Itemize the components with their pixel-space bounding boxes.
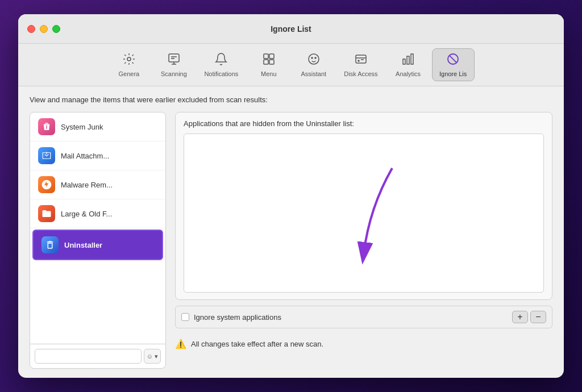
tab-ignore-list[interactable]: Ignore Lis xyxy=(432,48,475,81)
tab-genera-label: Genera xyxy=(119,70,140,77)
bottom-controls: Ignore system applications + − xyxy=(175,306,552,328)
arrow-annotation xyxy=(347,162,415,267)
sidebar-item-malware[interactable]: Malware Rem... xyxy=(30,170,165,199)
ignore-list-icon xyxy=(446,52,460,68)
menu-icon xyxy=(262,52,276,68)
tab-notifications[interactable]: Notifications xyxy=(197,49,245,81)
uninstaller-icon xyxy=(41,236,59,253)
dropdown-icon: ☺ ▾ xyxy=(147,353,158,360)
tab-assistant-label: Assistant xyxy=(301,70,326,77)
notifications-icon xyxy=(214,52,228,68)
sidebar-dropdown[interactable]: ☺ ▾ xyxy=(144,349,161,364)
sidebar-mail-label: Mail Attachm... xyxy=(61,152,109,160)
svg-rect-1 xyxy=(169,54,179,62)
sidebar-footer: ☺ ▾ xyxy=(30,344,165,368)
tab-disk-access-label: Disk Access xyxy=(344,70,377,77)
system-junk-icon xyxy=(38,118,55,135)
app-list-section: Applications that are hidden from the Un… xyxy=(175,112,552,300)
warning-text: All changes take effect after a new scan… xyxy=(191,340,323,348)
assistant-icon xyxy=(307,52,321,68)
svg-rect-9 xyxy=(356,55,366,63)
svg-rect-2 xyxy=(264,54,268,59)
sidebar-large-label: Large & Old F... xyxy=(61,210,112,218)
app-list-area xyxy=(184,134,544,293)
description-text: View and manage the items that were earl… xyxy=(30,95,552,104)
large-files-icon xyxy=(38,205,55,222)
svg-point-7 xyxy=(311,57,313,59)
sidebar-item-uninstaller[interactable]: Uninstaller xyxy=(32,230,163,260)
tab-notifications-label: Notifications xyxy=(204,70,238,77)
app-list-label: Applications that are hidden from the Un… xyxy=(184,119,544,128)
checkbox-container: Ignore system applications xyxy=(181,313,512,322)
sidebar: System Junk Mail Attachm... xyxy=(30,112,166,369)
tab-genera[interactable]: Genera xyxy=(107,49,150,81)
main-content: System Junk Mail Attachm... xyxy=(30,112,552,369)
svg-point-6 xyxy=(309,54,319,64)
window-title: Ignore List xyxy=(271,24,311,34)
add-button[interactable]: + xyxy=(512,311,528,323)
right-panel: Applications that are hidden from the Un… xyxy=(175,112,552,369)
svg-point-10 xyxy=(358,60,359,61)
scanning-icon xyxy=(167,52,181,68)
minimize-button[interactable] xyxy=(40,25,48,33)
svg-rect-11 xyxy=(403,59,405,64)
genera-icon xyxy=(122,52,136,68)
tab-scanning-label: Scanning xyxy=(161,70,187,77)
main-window: Ignore List Genera Scanning xyxy=(18,14,564,378)
svg-line-15 xyxy=(450,56,457,63)
ignore-system-apps-checkbox[interactable] xyxy=(181,313,189,321)
sidebar-system-junk-label: System Junk xyxy=(61,123,103,131)
checkbox-label: Ignore system applications xyxy=(194,313,281,322)
sidebar-malware-label: Malware Rem... xyxy=(61,181,113,189)
analytics-icon xyxy=(401,52,415,68)
action-buttons: + − xyxy=(512,311,546,323)
close-button[interactable] xyxy=(27,25,35,33)
sidebar-item-mail-attachments[interactable]: Mail Attachm... xyxy=(30,141,165,170)
svg-rect-4 xyxy=(264,60,268,64)
disk-access-icon xyxy=(354,52,368,68)
titlebar: Ignore List xyxy=(18,14,564,44)
malware-icon xyxy=(38,176,55,193)
sidebar-item-large-old-files[interactable]: Large & Old F... xyxy=(30,199,165,228)
svg-rect-3 xyxy=(269,54,274,59)
remove-button[interactable]: − xyxy=(530,311,546,323)
warning-bar: ⚠️ All changes take effect after a new s… xyxy=(175,334,552,351)
tab-analytics[interactable]: Analytics xyxy=(387,49,430,81)
svg-rect-5 xyxy=(269,60,274,64)
tab-disk-access[interactable]: Disk Access xyxy=(337,49,384,81)
tab-menu[interactable]: Menu xyxy=(247,49,290,81)
svg-point-0 xyxy=(127,57,131,61)
warning-icon: ⚠️ xyxy=(175,339,186,349)
tab-ignore-list-label: Ignore Lis xyxy=(439,70,467,77)
sidebar-list: System Junk Mail Attachm... xyxy=(30,112,165,344)
tab-analytics-label: Analytics xyxy=(396,70,421,77)
svg-rect-12 xyxy=(407,56,409,64)
arrow-svg xyxy=(347,162,415,265)
tab-assistant[interactable]: Assistant xyxy=(292,49,335,81)
tab-scanning[interactable]: Scanning xyxy=(152,49,195,81)
content-area: View and manage the items that were earl… xyxy=(18,86,564,378)
sidebar-search-input[interactable] xyxy=(35,349,142,364)
sidebar-item-system-junk[interactable]: System Junk xyxy=(30,112,165,141)
svg-point-8 xyxy=(315,57,316,59)
tab-menu-label: Menu xyxy=(261,70,277,77)
sidebar-uninstaller-label: Uninstaller xyxy=(64,241,102,249)
toolbar: Genera Scanning Notifications xyxy=(18,44,564,86)
svg-rect-13 xyxy=(411,54,413,64)
maximize-button[interactable] xyxy=(52,25,60,33)
mail-icon xyxy=(38,147,55,164)
traffic-lights xyxy=(27,25,60,33)
